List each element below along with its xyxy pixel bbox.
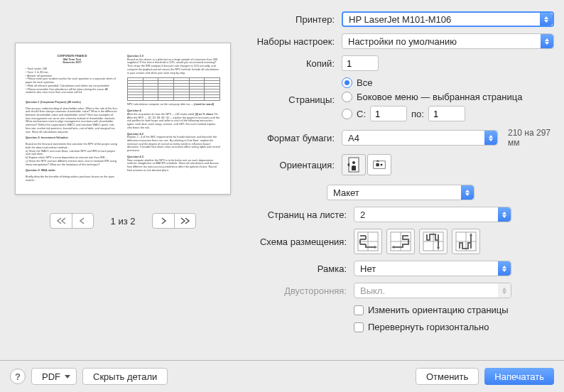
prev-group[interactable]: [50, 213, 94, 229]
printer-select[interactable]: HP LaserJet M101-M106: [342, 11, 554, 27]
print-button[interactable]: Напечатать: [484, 368, 554, 385]
svg-point-1: [352, 161, 355, 164]
pages-to-input[interactable]: [428, 106, 465, 121]
section-select[interactable]: Макет: [327, 185, 474, 200]
page-indicator: 1 из 2: [111, 216, 136, 227]
print-preview: CORPORATE FINANCEMid Term TestSemester 2…: [15, 43, 231, 195]
layout-dir-4[interactable]: [452, 229, 480, 254]
pages-sidebar-radio[interactable]: [342, 92, 352, 102]
paper-hint: 210 на 297 мм: [508, 128, 554, 148]
flip-horizontal-checkbox[interactable]: [354, 322, 364, 332]
copies-label: Копий:: [247, 58, 342, 69]
help-button[interactable]: ?: [10, 369, 26, 384]
svg-point-3: [381, 164, 383, 166]
hide-details-button[interactable]: Скрыть детали: [82, 368, 168, 385]
orientation-landscape-button[interactable]: [367, 154, 391, 175]
pages-label: Страницы:: [247, 94, 342, 105]
pdf-menu-button[interactable]: PDF: [31, 368, 77, 385]
cancel-button[interactable]: Отменить: [416, 368, 479, 385]
presets-select[interactable]: Настройки по умолчанию: [342, 33, 554, 49]
pages-from-input[interactable]: [370, 106, 407, 121]
layout-dir-3[interactable]: [419, 229, 448, 254]
first-page-button[interactable]: [50, 214, 72, 228]
pps-label: Страниц на листе:: [247, 209, 354, 220]
layout-dir-1[interactable]: [354, 229, 382, 254]
orientation-label: Ориентация:: [247, 160, 342, 170]
border-label: Рамка:: [247, 263, 354, 274]
pages-per-sheet-select[interactable]: 2: [354, 207, 511, 222]
layout-dir-2[interactable]: [386, 229, 415, 254]
next-group[interactable]: [152, 213, 196, 229]
prev-page-button[interactable]: [72, 214, 93, 228]
copies-input[interactable]: [342, 55, 379, 71]
printer-label: Принтер:: [247, 14, 342, 25]
paper-select[interactable]: A4: [342, 130, 498, 146]
last-page-button[interactable]: [174, 214, 195, 228]
orientation-portrait-button[interactable]: [342, 154, 366, 175]
border-select[interactable]: Нет: [354, 261, 511, 276]
two-sided-select: Выкл.: [354, 283, 511, 298]
reverse-orientation-checkbox[interactable]: [354, 305, 364, 315]
pages-range-radio[interactable]: [342, 109, 352, 119]
pages-all-radio[interactable]: [342, 77, 352, 88]
paper-label: Формат бумаги:: [247, 133, 342, 143]
next-page-button[interactable]: [153, 214, 174, 228]
layout-dir-label: Схема размещения:: [247, 236, 354, 247]
presets-label: Наборы настроек:: [247, 36, 342, 47]
two-sided-label: Двусторонняя:: [247, 285, 354, 296]
